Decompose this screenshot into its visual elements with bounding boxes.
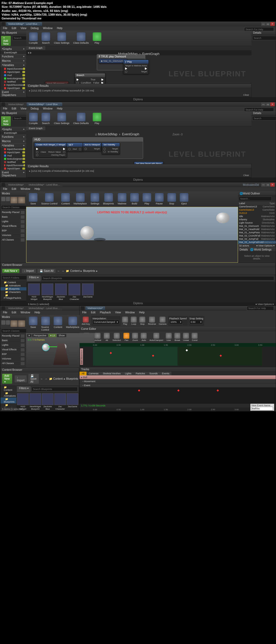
folder-item[interactable]: 📁 Blueprints [1,398,16,403]
cat-graphs[interactable]: ⁴Graphs+ [0,47,26,51]
cat-functions[interactable]: Functions+ [0,135,26,139]
variable-item[interactable]: textRed [0,80,26,83]
menu-file[interactable]: File [1,187,9,191]
camera-button[interactable]: Camera [158,316,167,326]
tab-map[interactable]: Motive3dMap* [6,183,26,187]
tab-matinee[interactable]: MatineeActor* [85,306,105,310]
menu-view[interactable]: View [19,26,28,31]
folder-item[interactable]: 📁 FTMagicPack01 [1,294,26,300]
source-control-button[interactable]: Source Control [40,316,51,332]
menu-help[interactable]: Help [55,26,64,31]
foliage-mode-icon[interactable] [18,197,25,203]
cb-save-all[interactable]: 💾 Save All [37,269,56,273]
vp-show[interactable]: Show [57,334,66,337]
nav-fwd-icon[interactable] [30,52,32,54]
mode-category[interactable]: All Classes [0,361,26,366]
vp-menu[interactable]: ▾ [27,334,32,337]
menu-edit[interactable]: Edit [10,311,18,315]
folder-item[interactable]: 📁 Blueprints [1,287,26,290]
details-tab[interactable]: Details [240,248,248,251]
mode-category[interactable]: Basic [0,338,26,343]
cat-macros[interactable]: Macros+ [0,59,26,63]
minimize-button[interactable]: — [261,102,265,106]
cb-import[interactable]: ↓ Import [22,269,36,273]
track-tab[interactable]: All [80,372,87,375]
settings-button[interactable]: Settings [89,193,101,205]
pause-button[interactable]: Pause [153,193,165,205]
outliner-row[interactable]: IdleMatineeActo [238,215,276,218]
variable-item[interactable]: Input1Open [0,70,26,74]
play-node-1[interactable]: ƒ Play Target is Matinee Actor Target [123,60,149,74]
cat-variables[interactable]: ⁴Variables+ [0,143,26,148]
matinee-help-search[interactable] [247,306,274,310]
cb-fwd[interactable]: → [61,269,64,272]
curve-pan-button[interactable]: Pan [122,332,130,342]
place-mode-icon[interactable] [1,320,5,325]
outliner-row[interactable]: Mat_01_HeadHoldMatineeActo [238,228,276,231]
save-button[interactable]: Save [27,316,39,332]
variable-item[interactable]: Input1Success [0,148,26,151]
track-tab[interactable]: Cameras [87,372,101,375]
tab-level-blueprint[interactable]: Motive3dMap* - Level Blue… [27,102,63,106]
asset-item[interactable]: ZacGame [82,283,94,301]
compile-button[interactable]: Compile [27,112,39,125]
variable-item[interactable]: Hud [0,154,26,157]
menu-file[interactable]: File [1,26,9,31]
outliner-row[interactable]: Light SourceDirectionalL [238,221,276,224]
track-tab[interactable]: Particles [134,372,147,375]
menu-help[interactable]: Help [137,311,146,315]
curve-const-button[interactable]: Const [191,332,199,342]
menu-edit[interactable]: Edit [89,311,97,315]
curve-auto-button[interactable]: Auto [140,332,148,342]
curve-selected-button[interactable]: Selected [111,332,122,342]
paint-mode-icon[interactable] [6,320,10,325]
cb-add-new[interactable]: Add New ▾ [2,269,19,273]
cb-add-new[interactable]: Add New ▾ [2,374,12,384]
set-view-target-node[interactable]: Set View Target with Blend Target New Vi… [134,162,163,164]
track-tab[interactable]: Events [160,372,172,375]
place-mode-icon[interactable] [1,197,5,201]
paint-mode-icon[interactable] [6,197,10,201]
tab-level-blueprint[interactable]: Motive3dMap* - Level Blue… [6,22,42,26]
nav-back-icon[interactable] [28,52,29,54]
eventgraph-tab[interactable]: Event Graph [26,46,45,50]
asset-item[interactable]: Zac Character [54,393,66,410]
cb-back[interactable]: ← [57,269,60,272]
mode-category[interactable]: Recently Placed [0,210,26,215]
maximize-button[interactable]: ▭ [266,183,270,187]
var-dismount-node[interactable]: ◆ Mat_01_Dismount ○ [99,59,127,63]
cb-filters[interactable]: Filters ▾ [27,275,41,281]
track-tab[interactable]: Sounds [147,372,160,375]
var-input2success-node[interactable]: Input 2Successs ○ [45,81,69,84]
set-visibility-node[interactable]: Set Visibility Target In Visibility [102,143,120,154]
reverse-button[interactable]: Reverse [147,316,157,326]
mode-category[interactable]: Lights [0,343,26,348]
cb-path[interactable]: 📁 Content ▸ Blueprints ▸ [66,269,98,272]
landscape-mode-icon[interactable] [11,197,18,203]
cat-macros[interactable]: Macros+ [0,139,26,143]
play-button[interactable]: Play [121,316,129,326]
stop-button[interactable]: Stop [138,316,146,326]
asset-item[interactable]: HUD Widget [28,283,40,301]
content-button[interactable]: Content [60,193,71,205]
outliner-search[interactable] [239,197,272,201]
details-search[interactable] [252,36,276,40]
variable-item[interactable]: Input2Open [0,87,26,90]
track-group-ball[interactable]: ▸ Ball [80,375,276,379]
content-button[interactable]: Content [52,316,64,332]
close-button[interactable]: ✕ [270,102,275,106]
curve-user-button[interactable]: User [165,332,173,342]
variable-item[interactable]: Input2Open [0,167,26,170]
variable-item[interactable]: Input1Open [0,151,26,154]
outliner-row[interactable]: GameSession13GameSess [238,205,276,208]
folder-item[interactable]: 📁 Animations [1,392,16,398]
tab-map[interactable]: Motive3dMap* [6,306,26,310]
cat-dispatchers[interactable]: Event Dispatchers+ [0,90,26,97]
menu-help[interactable]: Help [55,107,64,111]
folder-item[interactable]: 📁 Characters [1,403,16,407]
cb-asset-search[interactable] [42,276,274,280]
build-button[interactable]: Build [129,193,140,205]
variable-item[interactable]: Input2Successs [0,164,26,167]
menu-view[interactable]: View [113,311,123,315]
loop-button[interactable]: Loop [130,316,138,326]
